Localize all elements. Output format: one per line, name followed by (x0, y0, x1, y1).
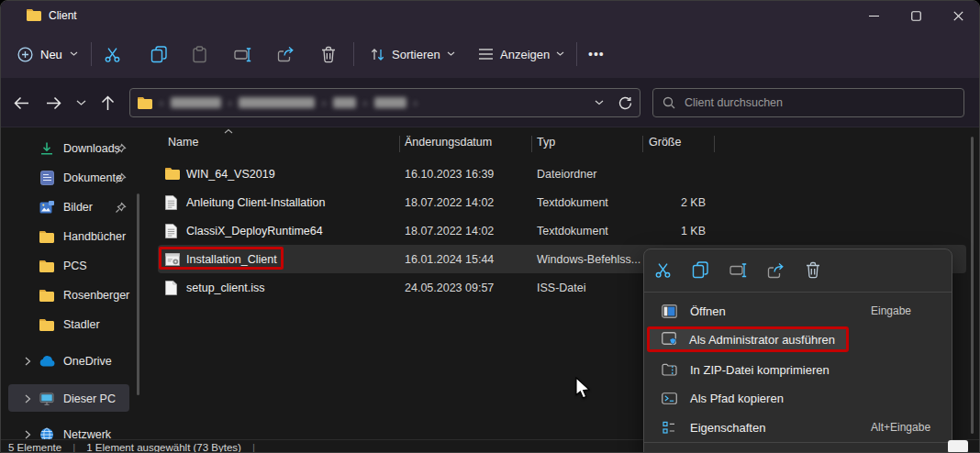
search-icon (663, 96, 675, 109)
share-icon[interactable] (272, 30, 299, 78)
folder-icon (27, 9, 41, 21)
cut-icon[interactable] (651, 260, 674, 282)
navigation-pane: Downloads Dokumente (1, 127, 152, 439)
pin-icon (115, 143, 127, 155)
folder-icon (138, 97, 152, 109)
downloads-icon (38, 141, 56, 156)
explorer-window: Client Neu (0, 0, 980, 453)
pin-icon (115, 172, 127, 184)
window-title: Client (49, 1, 77, 30)
copy-icon[interactable] (145, 30, 173, 78)
copy-path-icon (661, 392, 677, 404)
chevron-right-icon[interactable] (25, 357, 36, 366)
sidebar-item-stadler[interactable]: Stadler (1, 311, 148, 338)
text-document-icon (165, 188, 177, 216)
address-row: › › › › › (1, 78, 979, 127)
zip-icon (661, 363, 677, 376)
file-row[interactable]: WIN_64_VS2019 16.10.2023 16:39 Dateiordn… (152, 160, 966, 188)
properties-icon (661, 421, 677, 435)
back-button[interactable] (8, 90, 34, 116)
close-button[interactable] (937, 1, 979, 30)
menu-item-run-as-administrator[interactable]: Als Administrator ausführen (647, 326, 849, 352)
view-button-label: Anzeigen (500, 48, 550, 61)
search-input[interactable] (685, 96, 954, 109)
forward-button[interactable] (40, 90, 66, 116)
cut-icon[interactable] (98, 30, 126, 78)
maximize-button[interactable] (895, 1, 937, 30)
paste-icon[interactable] (185, 30, 213, 78)
share-icon[interactable] (764, 260, 786, 282)
folder-icon (165, 160, 180, 188)
chevron-down-icon (556, 51, 564, 57)
new-button[interactable]: Neu (17, 30, 78, 78)
address-bar[interactable]: › › › › › (129, 88, 640, 117)
file-list-scrollbar[interactable] (971, 137, 974, 434)
sidebar-item-dieser-pc[interactable]: Dieser PC (1, 385, 148, 413)
computer-icon (38, 392, 56, 405)
ellipsis-icon: ••• (588, 47, 605, 61)
document-icon (38, 171, 56, 185)
file-row[interactable]: ClassiX_DeployRuntime64 18.07.2022 14:02… (152, 216, 966, 245)
chevron-down-icon (70, 51, 78, 57)
folder-icon (38, 290, 56, 302)
more-options-button[interactable]: ••• (588, 30, 605, 78)
sidebar-item-handbuecher[interactable]: Handbücher (1, 223, 148, 250)
sort-ascending-caret-icon (224, 128, 233, 134)
delete-icon[interactable] (802, 260, 824, 282)
address-dropdown-chevron-icon[interactable] (595, 100, 604, 105)
column-header-name[interactable]: Name (168, 136, 198, 149)
selection-info: 1 Element ausgewählt (73 Bytes) (86, 442, 241, 453)
column-header-date[interactable]: Änderungsdatum (405, 136, 492, 149)
context-menu-quick-actions (644, 249, 952, 291)
file-icon (165, 273, 177, 302)
folder-icon (38, 319, 56, 331)
text-document-icon (165, 216, 177, 245)
open-icon (661, 304, 677, 318)
copy-icon[interactable] (689, 260, 711, 282)
recent-locations-chevron-icon[interactable] (68, 90, 94, 116)
sidebar-item-onedrive[interactable]: OneDrive (1, 348, 148, 375)
menu-item-copy-as-path[interactable]: Als Pfad kopieren (644, 384, 952, 412)
mouse-cursor (575, 377, 591, 400)
chevron-down-icon (447, 51, 455, 57)
sidebar-scrollbar[interactable] (137, 193, 139, 395)
column-headers: Name Änderungsdatum Typ Größe (152, 132, 979, 156)
menu-item-properties[interactable]: Eigenschaften Alt+Eingabe (644, 414, 952, 441)
sort-arrows-icon (370, 47, 385, 62)
rename-icon[interactable] (727, 260, 749, 282)
plus-circle-icon (17, 47, 33, 62)
command-bar: Neu Sortieren (1, 30, 979, 78)
rename-icon[interactable] (228, 30, 256, 78)
file-row[interactable]: Anleitung Client-Installation 18.07.2022… (152, 188, 966, 216)
item-count: 5 Elemente (8, 442, 61, 453)
menu-item-compress-zip[interactable]: In ZIP-Datei komprimieren (644, 356, 952, 383)
titlebar: Client (1, 1, 979, 30)
column-header-size[interactable]: Größe (649, 136, 681, 149)
chevron-right-icon[interactable] (25, 394, 36, 403)
menu-item-open[interactable]: Öffnen Eingabe (644, 297, 952, 325)
sidebar-item-pcs[interactable]: PCS (1, 252, 148, 280)
chevron-right-icon[interactable] (25, 430, 36, 439)
folder-icon (38, 260, 56, 272)
onedrive-icon (38, 356, 56, 367)
delete-icon[interactable] (315, 30, 342, 78)
pin-icon (115, 202, 127, 214)
sort-button[interactable]: Sortieren (370, 30, 455, 78)
minimize-button[interactable] (852, 1, 895, 30)
new-button-label: Neu (40, 48, 62, 61)
view-button[interactable]: Anzeigen (478, 30, 564, 78)
refresh-icon[interactable] (618, 96, 632, 110)
pictures-icon (38, 201, 56, 214)
annotation-box-file (159, 247, 284, 270)
sidebar-item-bilder[interactable]: Bilder (1, 193, 148, 221)
up-button[interactable] (95, 90, 120, 116)
column-header-type[interactable]: Typ (537, 136, 555, 149)
search-box[interactable] (652, 88, 964, 117)
sidebar-item-downloads[interactable]: Downloads (1, 135, 148, 162)
sidebar-item-dokumente[interactable]: Dokumente (1, 164, 148, 192)
folder-icon (38, 231, 56, 243)
sidebar-item-rosenberger[interactable]: Rosenberger (1, 282, 148, 309)
admin-shield-icon (661, 332, 677, 347)
context-menu: Öffnen Eingabe Als Administrator ausführ… (643, 249, 952, 453)
view-lines-icon (478, 48, 494, 61)
